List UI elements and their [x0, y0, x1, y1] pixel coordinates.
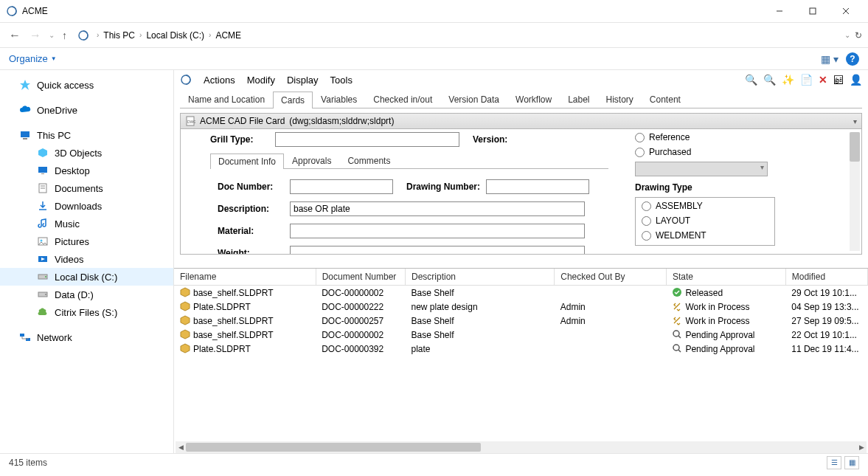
user-icon[interactable]: 👤 — [850, 74, 862, 86]
doc-number-input[interactable] — [290, 179, 393, 194]
sidebar-item-data-d-[interactable]: Data (D:) — [0, 286, 173, 303]
material-input[interactable] — [290, 224, 585, 238]
column-state[interactable]: State — [666, 269, 785, 286]
folder-icon — [37, 147, 49, 159]
card-header[interactable]: DWG ACME CAD File Card (dwg;sldasm;slddr… — [180, 113, 862, 129]
title-bar: ACME — [0, 0, 868, 22]
up-button[interactable]: ↑ — [62, 30, 67, 41]
table-row[interactable]: Plate.SLDPRTDOC-00000392platePending App… — [174, 342, 868, 356]
crumb-1[interactable]: Local Disk (C:) — [146, 30, 204, 41]
help-icon[interactable]: ? — [846, 52, 859, 66]
tab-name-and-location[interactable]: Name and Location — [180, 91, 273, 108]
svg-rect-7 — [21, 131, 29, 137]
svg-rect-2 — [810, 8, 816, 14]
table-row[interactable]: base_shelf.SLDPRTDOC-00000257Base ShelfA… — [174, 314, 868, 328]
menu-modify[interactable]: Modify — [247, 75, 275, 86]
sidebar-onedrive[interactable]: OneDrive — [0, 101, 173, 119]
crumb-0[interactable]: This PC — [103, 30, 135, 41]
column-checked-out-by[interactable]: Checked Out By — [555, 269, 667, 286]
table-row[interactable]: Plate.SLDPRTDOC-00000222new plate design… — [174, 300, 868, 314]
radio-reference[interactable]: Reference — [635, 132, 847, 142]
sidebar-item-pictures[interactable]: Pictures — [0, 232, 173, 250]
wand-icon[interactable]: ✨ — [782, 74, 794, 86]
sidebar-item-local-disk-c-[interactable]: Local Disk (C:) — [0, 268, 173, 286]
refresh-button[interactable]: ↻ — [855, 30, 862, 41]
doc-info-tabs: Document InfoApprovalsComments — [210, 153, 608, 169]
card-scrollbar[interactable] — [850, 132, 860, 251]
filelist-scrollbar[interactable]: ◀ ▶ — [176, 441, 867, 453]
menu-display[interactable]: Display — [287, 75, 319, 86]
pdm-toolbar-icons: 🔍 🔍 ✨ 📄 ✕ 🗟 👤 — [745, 74, 862, 86]
history-dropdown[interactable]: ⌄ — [49, 31, 55, 39]
sidebar-this-pc[interactable]: This PC — [0, 126, 173, 144]
maximize-button[interactable] — [796, 1, 829, 21]
tab-variables[interactable]: Variables — [313, 91, 365, 108]
tab-cards[interactable]: Cards — [273, 92, 313, 108]
breadcrumb[interactable]: › This PC › Local Disk (C:) › ACME — [97, 30, 841, 41]
cloud-icon — [19, 104, 31, 116]
svg-point-16 — [41, 240, 43, 242]
sidebar-item-citrix-files-s-[interactable]: Citrix Files (S:) — [0, 303, 173, 321]
chevron-down-icon[interactable]: ▾ — [853, 117, 857, 125]
column-modified[interactable]: Modified — [785, 269, 867, 286]
svg-marker-9 — [38, 148, 47, 157]
state-icon — [672, 301, 682, 311]
folder-icon — [37, 271, 49, 283]
column-description[interactable]: Description — [405, 269, 554, 286]
search-user-icon[interactable]: 🔍 — [763, 74, 776, 86]
tab-version-data[interactable]: Version Data — [440, 91, 507, 108]
radio-purchased[interactable]: Purchased — [635, 147, 847, 157]
radio-layout[interactable]: LAYOUT — [642, 215, 768, 226]
view-options-icon[interactable]: ▦ ▾ — [821, 53, 839, 65]
document-icon[interactable]: 📄 — [800, 74, 813, 86]
folder-icon — [37, 165, 49, 176]
sidebar-item-3d-objects[interactable]: 3D Objects — [0, 144, 173, 162]
table-row[interactable]: base_shelf.SLDPRTDOC-00000002Base ShelfP… — [174, 328, 868, 342]
sidebar-item-downloads[interactable]: Downloads — [0, 197, 173, 215]
drawing-type-heading: Drawing Type — [635, 182, 847, 193]
back-button[interactable]: ← — [6, 27, 24, 44]
tab-checked-in-out[interactable]: Checked in/out — [365, 91, 440, 108]
radio-weldment[interactable]: WELDMENT — [642, 230, 768, 241]
radio-assembly[interactable]: ASSEMBLY — [642, 201, 768, 211]
table-row[interactable]: base_shelf.SLDPRTDOC-00000002Base ShelfR… — [174, 286, 868, 300]
grill-type-input[interactable] — [275, 132, 459, 147]
menu-actions[interactable]: Actions — [204, 75, 235, 86]
details-view-button[interactable]: ☰ — [827, 456, 841, 469]
svg-text:DWG: DWG — [187, 120, 195, 124]
sidebar-item-videos[interactable]: Videos — [0, 250, 173, 268]
sidebar-item-documents[interactable]: Documents — [0, 179, 173, 197]
close-button[interactable] — [829, 1, 862, 21]
description-input[interactable] — [290, 201, 585, 216]
doc-tab-document-info[interactable]: Document Info — [210, 154, 284, 169]
tab-history[interactable]: History — [598, 91, 642, 108]
tab-content[interactable]: Content — [642, 91, 689, 108]
scroll-right-icon[interactable]: ▶ — [856, 441, 867, 453]
sidebar-network[interactable]: Network — [0, 328, 173, 346]
menu-tools[interactable]: Tools — [330, 75, 353, 86]
tab-workflow[interactable]: Workflow — [507, 91, 560, 108]
find-icon[interactable]: 🗟 — [833, 74, 844, 86]
sidebar-item-music[interactable]: Music — [0, 215, 173, 232]
organize-button[interactable]: Organize ▼ — [9, 53, 57, 64]
scroll-left-icon[interactable]: ◀ — [176, 441, 186, 453]
card-extensions: (dwg;sldasm;slddrw;sldprt) — [289, 116, 394, 126]
delete-icon[interactable]: ✕ — [819, 74, 827, 86]
drawing-type-list: ASSEMBLYLAYOUTWELDMENT — [635, 197, 775, 246]
doc-tab-approvals[interactable]: Approvals — [284, 153, 339, 168]
doc-tab-comments[interactable]: Comments — [339, 153, 398, 168]
weight-input[interactable] — [290, 246, 585, 255]
search-icon[interactable]: 🔍 — [745, 74, 757, 86]
addr-dropdown[interactable]: ⌄ — [844, 31, 850, 39]
drawing-number-input[interactable] — [486, 179, 589, 194]
sidebar-quick-access[interactable]: Quick access — [0, 76, 173, 94]
item-count: 415 items — [9, 458, 47, 468]
minimize-button[interactable] — [763, 1, 796, 21]
sidebar-item-desktop[interactable]: Desktop — [0, 162, 173, 179]
crumb-2[interactable]: ACME — [215, 30, 241, 41]
column-document-number[interactable]: Document Number — [316, 269, 405, 286]
tab-label[interactable]: Label — [560, 91, 597, 108]
thumbnail-view-button[interactable]: ▦ — [844, 456, 859, 469]
column-filename[interactable]: Filename — [174, 269, 316, 286]
forward-button[interactable]: → — [27, 27, 44, 44]
